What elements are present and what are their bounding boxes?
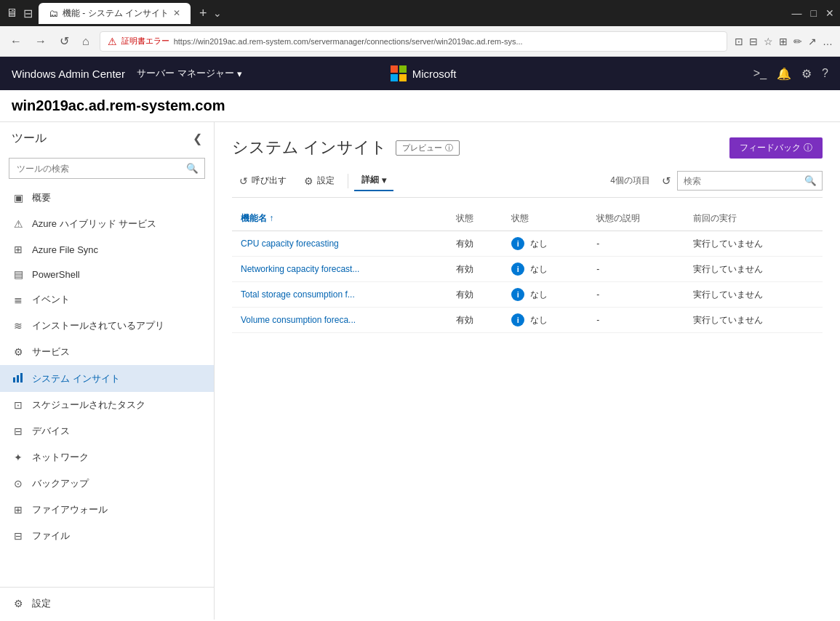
active-tab[interactable]: 🗂 機能 - システム インサイト ✕ bbox=[39, 3, 191, 24]
search-toolbar-button[interactable]: 🔍 bbox=[799, 172, 823, 190]
feature-link[interactable]: CPU capacity forecasting bbox=[241, 239, 339, 249]
status2-text: なし bbox=[530, 314, 548, 326]
cell-status-desc: - bbox=[588, 308, 684, 333]
sidebar-search-button[interactable]: 🔍 bbox=[180, 159, 204, 178]
cert-error-label: 証明書エラー bbox=[121, 36, 169, 47]
page-title: システム インサイト bbox=[232, 137, 387, 159]
tab-label: 機能 - システム インサイト bbox=[63, 7, 169, 20]
sidebar-item-installed-apps[interactable]: ≋ インストールされているアプリ bbox=[0, 313, 214, 339]
app-title: Windows Admin Center bbox=[12, 68, 125, 80]
sidebar-item-files[interactable]: ⊟ ファイル bbox=[0, 523, 214, 549]
minimize-button[interactable]: — bbox=[792, 7, 802, 19]
cell-feature-name: Networking capacity forecast... bbox=[232, 257, 447, 282]
col-status1: 状態 bbox=[447, 207, 503, 231]
favorites-icon[interactable]: ☆ bbox=[764, 36, 773, 47]
browser-titlebar: 🖥 ⊟ 🗂 機能 - システム インサイト ✕ + ⌄ — □ ✕ bbox=[0, 0, 840, 26]
header-actions: >_ 🔔 ⚙ ? bbox=[753, 67, 828, 81]
backup-icon: ⊙ bbox=[12, 478, 25, 489]
maximize-button[interactable]: □ bbox=[811, 7, 817, 19]
svg-rect-2 bbox=[20, 373, 23, 382]
svg-rect-1 bbox=[17, 375, 19, 382]
sidebar-item-label: ネットワーク bbox=[32, 451, 89, 464]
sidebar-item-powershell[interactable]: ▤ PowerShell bbox=[0, 262, 214, 287]
details-button[interactable]: 詳細 ▾ bbox=[354, 170, 393, 191]
address-field[interactable]: ⚠ 証明書エラー https://win2019ac.ad.rem-system… bbox=[100, 31, 727, 52]
status-info-icon: i bbox=[511, 288, 524, 301]
back-button[interactable]: ← bbox=[7, 32, 25, 51]
server-manager-arrow-icon: ▾ bbox=[237, 68, 242, 79]
sidebar-item-label: Azure File Sync bbox=[32, 244, 98, 255]
sidebar-item-firewall[interactable]: ⊞ ファイアウォール bbox=[0, 497, 214, 523]
sidebar: ツール ❮ 🔍 ▣ 概要 ⚠ Azure ハイブリッド サービス ⊞ Azure… bbox=[0, 122, 215, 620]
server-manager-menu[interactable]: サーバー マネージャー ▾ bbox=[137, 67, 242, 80]
sidebar-collapse-button[interactable]: ❮ bbox=[193, 132, 202, 145]
feedback-button[interactable]: フィードバック ⓘ bbox=[729, 137, 823, 159]
tab-close-button[interactable]: ✕ bbox=[173, 8, 180, 18]
url-text: https://win2019ac.ad.rem-system.com/serv… bbox=[174, 37, 523, 46]
col-status2: 状態 bbox=[503, 207, 588, 231]
firewall-icon: ⊞ bbox=[12, 504, 25, 516]
notification-icon[interactable]: 🔔 bbox=[777, 67, 791, 81]
sidebar-item-settings[interactable]: ⚙ 設定 bbox=[0, 590, 214, 617]
invoke-button[interactable]: ↺ 呼び出す bbox=[232, 171, 294, 191]
sidebar-item-label: ファイル bbox=[32, 529, 70, 542]
new-tab-button[interactable]: + bbox=[199, 6, 207, 21]
settings-icon[interactable]: ⚙ bbox=[801, 67, 812, 81]
sidebar-item-azure-hybrid[interactable]: ⚠ Azure ハイブリッド サービス bbox=[0, 211, 214, 237]
ms-sq-red bbox=[391, 65, 398, 73]
toolbar-settings-button[interactable]: ⚙ 設定 bbox=[297, 171, 342, 191]
bookmark-icon[interactable]: ⊡ bbox=[735, 36, 743, 47]
sidebar-item-system-insight[interactable]: システム インサイト bbox=[0, 365, 214, 392]
sidebar-item-label: Azure ハイブリッド サービス bbox=[32, 217, 156, 231]
sidebar-item-label: システム インサイト bbox=[32, 372, 120, 385]
sidebar-search-box[interactable]: 🔍 bbox=[9, 158, 205, 179]
sidebar-item-services[interactable]: ⚙ サービス bbox=[0, 339, 214, 365]
sidebar-item-overview[interactable]: ▣ 概要 bbox=[0, 185, 214, 211]
server-manager-label: サーバー マネージャー bbox=[137, 67, 234, 80]
table-header-row: 機能名 ↑ 状態 状態 状態の説明 前回の実行 bbox=[232, 207, 823, 231]
help-icon[interactable]: ? bbox=[822, 67, 828, 80]
feature-link[interactable]: Networking capacity forecast... bbox=[241, 264, 359, 274]
sidebar-item-label: ファイアウォール bbox=[32, 503, 108, 516]
tools-label: ツール bbox=[12, 131, 47, 146]
browser-icon-1: 🖥 bbox=[6, 7, 17, 20]
sidebar-item-scheduled-tasks[interactable]: ⊡ スケジュールされたタスク bbox=[0, 392, 214, 418]
sidebar-item-network[interactable]: ✦ ネットワーク bbox=[0, 444, 214, 470]
sidebar-item-azure-file-sync[interactable]: ⊞ Azure File Sync bbox=[0, 237, 214, 262]
cell-status2: iなし bbox=[503, 282, 588, 308]
refresh-button[interactable]: ↺ bbox=[57, 31, 72, 51]
tab-dropdown-button[interactable]: ⌄ bbox=[213, 7, 222, 19]
search-toolbar[interactable]: 🔍 bbox=[677, 171, 823, 191]
sidebar-search-input[interactable] bbox=[9, 159, 180, 178]
app-header: Windows Admin Center サーバー マネージャー ▾ Micro… bbox=[0, 57, 840, 90]
cell-status1: 有効 bbox=[447, 231, 503, 257]
feature-link[interactable]: Total storage consumption f... bbox=[241, 289, 355, 300]
col-feature-name[interactable]: 機能名 ↑ bbox=[232, 207, 447, 231]
cell-last-run: 実行していません bbox=[684, 282, 823, 308]
terminal-icon[interactable]: >_ bbox=[753, 67, 767, 80]
home-button[interactable]: ⌂ bbox=[79, 32, 92, 51]
ms-sq-green bbox=[399, 65, 407, 73]
feature-link[interactable]: Volume consumption foreca... bbox=[241, 315, 356, 325]
forward-button[interactable]: → bbox=[32, 32, 49, 51]
share-icon[interactable]: ↗ bbox=[808, 36, 817, 47]
close-button[interactable]: ✕ bbox=[825, 7, 834, 19]
network-icon: ✦ bbox=[12, 452, 25, 463]
server-name-bar: win2019ac.ad.rem-system.com bbox=[0, 90, 840, 122]
more-icon[interactable]: … bbox=[823, 36, 833, 47]
sidebar-item-devices[interactable]: ⊟ デバイス bbox=[0, 418, 214, 444]
details-arrow-icon: ▾ bbox=[382, 175, 386, 185]
sidebar-item-backup[interactable]: ⊙ バックアップ bbox=[0, 470, 214, 497]
search-toolbar-input[interactable] bbox=[678, 172, 799, 190]
cell-last-run: 実行していません bbox=[684, 257, 823, 282]
sidebar-item-events[interactable]: ≣ イベント bbox=[0, 287, 214, 313]
toolbar: ↺ 呼び出す ⚙ 設定 詳細 ▾ 4個の項目 ↺ 🔍 bbox=[232, 170, 823, 198]
tab-icon: 🗂 bbox=[49, 8, 58, 19]
pen-icon[interactable]: ✏ bbox=[793, 36, 802, 47]
events-icon: ≣ bbox=[12, 294, 25, 305]
collections-icon[interactable]: ⊞ bbox=[779, 36, 788, 47]
refresh-button[interactable]: ↺ bbox=[659, 172, 674, 191]
split-view-icon[interactable]: ⊟ bbox=[749, 36, 758, 47]
page-title-row: システム インサイト プレビュー ⓘ bbox=[232, 137, 460, 159]
preview-badge[interactable]: プレビュー ⓘ bbox=[396, 140, 460, 156]
